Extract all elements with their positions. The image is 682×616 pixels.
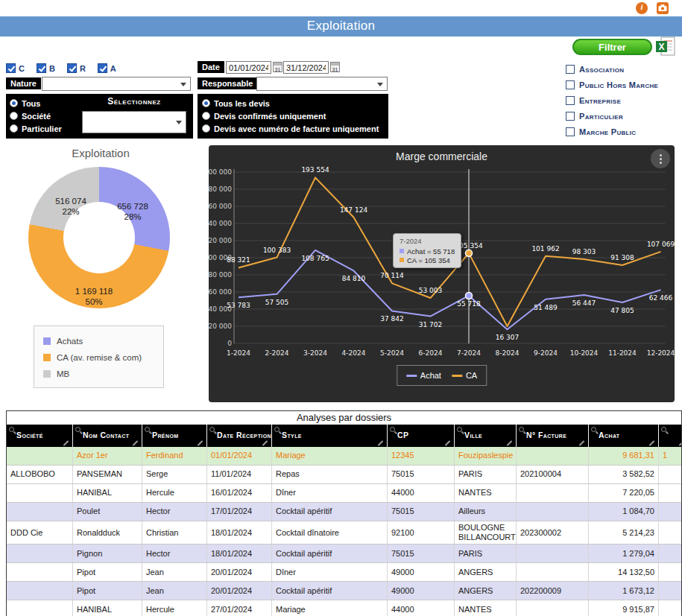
checkbox-icon[interactable]	[67, 63, 77, 73]
info-icon[interactable]: i	[636, 2, 648, 14]
selectionnez-select[interactable]	[82, 111, 186, 133]
filter-button[interactable]: Filtrer	[572, 39, 652, 55]
calendar-icon[interactable]: 31	[330, 62, 340, 72]
radio-icon[interactable]	[202, 112, 210, 120]
category-checkbox-particulier[interactable]: Particulier	[566, 108, 658, 124]
column-header-cp[interactable]: CP	[388, 425, 455, 447]
radio-label: Devis avec numéro de facture uniquement	[214, 124, 379, 133]
search-icon[interactable]	[591, 427, 596, 432]
table-row[interactable]: PignonHector18/01/2024Cocktail apéritif7…	[7, 544, 681, 563]
date-to-input[interactable]	[283, 61, 329, 74]
sort-edit-icon[interactable]	[378, 440, 384, 446]
radio-icon[interactable]	[10, 112, 18, 120]
tooltip-bullet	[400, 249, 404, 253]
date-from-input[interactable]	[226, 61, 271, 74]
table-row[interactable]: ALLOBOBOPANSEMANSerge11/01/2024Repas7501…	[7, 466, 681, 484]
letter-checkbox-a[interactable]: A	[98, 63, 116, 73]
sort-edit-icon[interactable]	[133, 440, 139, 446]
radio-tous[interactable]: Tous	[10, 97, 72, 109]
search-icon[interactable]	[661, 427, 666, 432]
column-header-pr-nom[interactable]: Prénom	[142, 425, 207, 447]
sort-edit-icon[interactable]	[63, 440, 69, 446]
nature-select[interactable]	[42, 77, 191, 91]
sort-edit-icon[interactable]	[679, 440, 682, 446]
category-checkbox-association[interactable]: Association	[566, 61, 658, 77]
table-row[interactable]: PouletHector17/01/2024Cocktail apéritif7…	[7, 503, 681, 521]
letter-checkbox-group: CBRA	[6, 63, 116, 73]
table-cell: 75015	[388, 503, 455, 521]
checkbox-icon[interactable]	[6, 63, 16, 73]
tooltip-title: 7-2024	[400, 237, 455, 245]
table-row[interactable]: HANIBALHercule27/01/2024Mariage44000NANT…	[7, 600, 681, 616]
radio-tous-les-devis[interactable]: Tous les devis	[202, 97, 384, 109]
column-header-nom-contact[interactable]: Nom Contact	[73, 425, 142, 447]
calendar-icon[interactable]: 31	[273, 62, 282, 72]
sort-edit-icon[interactable]	[262, 440, 268, 446]
radio-soci-t[interactable]: Société	[10, 109, 72, 122]
letter-checkbox-r[interactable]: R	[67, 63, 86, 73]
checkbox-icon[interactable]	[37, 63, 46, 73]
radio-icon[interactable]	[202, 99, 210, 107]
info-glyph: i	[640, 2, 642, 11]
table-row[interactable]: PipotJean20/01/2024Dîner49000ANGERS14 13…	[7, 563, 681, 582]
search-icon[interactable]	[457, 427, 462, 432]
radio-icon[interactable]	[10, 99, 18, 107]
camera-icon[interactable]	[657, 2, 669, 14]
column-header-extra[interactable]	[659, 425, 682, 447]
column-header-style[interactable]: Style	[272, 425, 388, 447]
checkbox-label: Association	[579, 65, 624, 74]
letter-checkbox-c[interactable]: C	[6, 63, 25, 73]
search-icon[interactable]	[209, 427, 215, 432]
search-icon[interactable]	[519, 427, 524, 432]
search-icon[interactable]	[145, 427, 150, 432]
chart-legend-item-ca[interactable]: CA	[452, 371, 477, 380]
radio-icon[interactable]	[202, 124, 210, 133]
column-header-achat[interactable]: Achat	[589, 425, 659, 447]
legend-label: Achat	[420, 371, 441, 380]
radio-particulier[interactable]: Particulier	[10, 122, 72, 135]
sort-edit-icon[interactable]	[649, 440, 655, 446]
point-label: 101 962	[531, 245, 559, 253]
responsable-select[interactable]	[256, 77, 388, 91]
table-cell	[7, 563, 73, 581]
checkbox-icon[interactable]	[566, 80, 575, 89]
sort-edit-icon[interactable]	[507, 440, 513, 446]
page-title-text: Exploitation	[307, 19, 376, 33]
column-header-n-facture[interactable]: N° Facture	[517, 425, 589, 447]
chart-legend-item-achat[interactable]: Achat	[406, 371, 441, 380]
table-row[interactable]: PipotJean20/01/2024Cocktail apéritif4900…	[7, 582, 681, 600]
column-header-ville[interactable]: Ville	[455, 425, 517, 447]
column-header-soci-t[interactable]: Société	[7, 425, 73, 447]
sort-edit-icon[interactable]	[579, 440, 585, 446]
sort-edit-icon[interactable]	[445, 440, 451, 446]
search-icon[interactable]	[274, 427, 280, 432]
letter-checkbox-b[interactable]: B	[37, 63, 55, 73]
table-row[interactable]: Azor 1erFerdinand01/01/2024Mariage12345F…	[7, 447, 681, 466]
search-icon[interactable]	[390, 427, 395, 432]
slice-percent: 50%	[63, 296, 124, 307]
radio-devis-avec-num-ro-de-facture-uniquement[interactable]: Devis avec numéro de facture uniquement	[202, 122, 384, 135]
checkbox-icon[interactable]	[566, 65, 575, 74]
checkbox-icon[interactable]	[566, 96, 575, 105]
table-row[interactable]: HANIBALHercule16/01/2024Dîner44000NANTES…	[7, 484, 681, 503]
category-checkbox-public-hors-marche[interactable]: Public Hors Marche	[566, 77, 658, 92]
table-cell: Pipot	[73, 563, 142, 581]
column-header-label: Ville	[464, 431, 482, 439]
table-row[interactable]: DDD CieRonaldduckChristian18/01/2024Cock…	[7, 521, 681, 544]
category-checkbox-marche-public[interactable]: Marche Public	[566, 124, 658, 139]
table-cell: Hercule	[142, 600, 207, 616]
column-header-date-r-ception[interactable]: Date Réception	[207, 425, 272, 447]
radio-icon[interactable]	[10, 124, 18, 133]
category-checkbox-entreprise[interactable]: Entreprise	[566, 92, 658, 108]
excel-export-icon[interactable]: X	[655, 36, 675, 60]
sort-edit-icon[interactable]	[198, 440, 203, 446]
checkbox-icon[interactable]	[566, 127, 575, 136]
table-cell	[7, 582, 73, 600]
table-cell: Fouzipaslespie	[455, 447, 517, 465]
search-icon[interactable]	[75, 427, 80, 432]
radio-devis-confirm-s-uniquement[interactable]: Devis confirmés uniquement	[202, 109, 384, 122]
checkbox-icon[interactable]	[566, 112, 575, 121]
table-cell: Pignon	[73, 544, 142, 562]
search-icon[interactable]	[9, 427, 14, 432]
checkbox-icon[interactable]	[98, 63, 107, 73]
